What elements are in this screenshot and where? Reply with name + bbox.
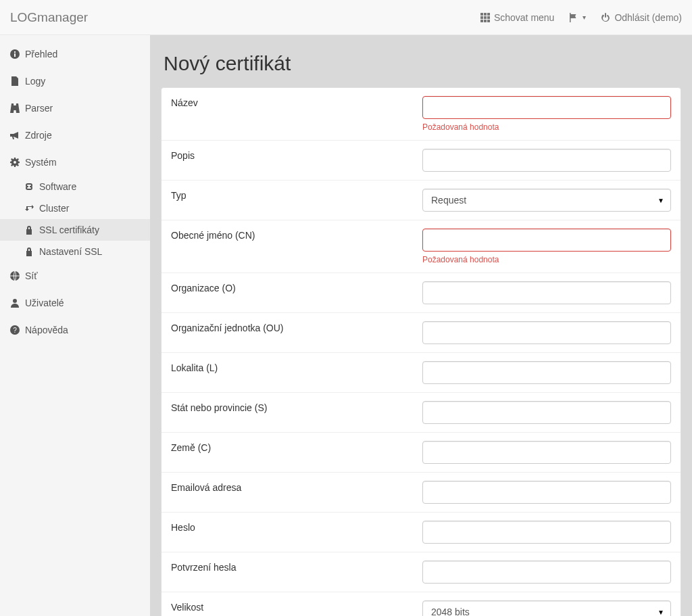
question-icon: ? <box>10 325 20 335</box>
hide-menu-label: Schovat menu <box>494 12 555 23</box>
label-state: Stát nebo provincie (S) <box>171 401 422 413</box>
sidebar-item-label: Logy <box>25 76 45 87</box>
sidebar-sub-ssl-certs[interactable]: SSL certifikáty <box>0 219 150 241</box>
power-icon <box>601 13 610 22</box>
navbar-right: Schovat menu ▾ Odhlásit (demo) <box>480 12 682 23</box>
label-size: Velikost <box>171 600 422 613</box>
svg-rect-7 <box>484 20 487 22</box>
label-loc: Lokalita (L) <box>171 361 422 373</box>
flag-icon <box>569 13 578 22</box>
language-menu[interactable]: ▾ <box>569 13 586 22</box>
sidebar-item-label: Software <box>39 181 76 192</box>
sidebar-item-label: Přehled <box>25 49 57 60</box>
sidebar-item-network[interactable]: Síť <box>0 262 150 289</box>
lock-icon <box>24 225 34 235</box>
size-select[interactable]: 2048 bits <box>422 600 671 616</box>
sidebar-item-label: Zdroje <box>25 130 52 141</box>
label-pass: Heslo <box>171 521 422 533</box>
logout-button[interactable]: Odhlásit (demo) <box>601 12 682 23</box>
sidebar-item-parser[interactable]: Parser <box>0 95 150 122</box>
label-email: Emailová adresa <box>171 481 422 493</box>
hide-menu-button[interactable]: Schovat menu <box>480 12 555 23</box>
sidebar-item-label: Síť <box>25 270 37 281</box>
lock-icon <box>24 247 34 256</box>
svg-rect-6 <box>480 20 483 22</box>
svg-point-14 <box>13 299 17 303</box>
label-ou: Organizační jednotka (OU) <box>171 321 422 333</box>
info-icon <box>10 49 20 59</box>
svg-rect-3 <box>480 16 483 19</box>
globe-icon <box>10 271 20 281</box>
label-country: Země (C) <box>171 441 422 453</box>
svg-rect-4 <box>484 16 487 19</box>
password-confirm-input[interactable] <box>422 561 671 584</box>
label-name: Název <box>171 96 422 108</box>
content: Nový certifikát Název Požadovaná hodnota… <box>150 35 692 616</box>
name-error: Požadovaná hodnota <box>422 122 671 132</box>
password-input[interactable] <box>422 521 671 544</box>
page-title: Nový certifikát <box>164 52 681 75</box>
label-desc: Popis <box>171 149 422 161</box>
sidebar-item-label: Cluster <box>39 203 69 214</box>
svg-text:?: ? <box>13 327 17 334</box>
state-input[interactable] <box>422 401 671 424</box>
sidebar-item-label: Parser <box>25 103 53 114</box>
sidebar-item-label: Uživatelé <box>25 298 64 308</box>
label-type: Typ <box>171 189 422 201</box>
svg-rect-2 <box>487 13 490 16</box>
sidebar-item-label: SSL certifikáty <box>39 224 99 235</box>
country-input[interactable] <box>422 441 671 464</box>
brand: LOGmanager <box>10 10 88 25</box>
loc-input[interactable] <box>422 361 671 384</box>
label-pass2: Potvrzení hesla <box>171 561 422 573</box>
svg-rect-11 <box>14 51 16 53</box>
logout-label: Odhlásit (demo) <box>614 12 682 23</box>
ou-input[interactable] <box>422 321 671 344</box>
desc-input[interactable] <box>422 149 671 172</box>
cn-input[interactable] <box>422 229 671 252</box>
sidebar-item-help[interactable]: ? Nápověda <box>0 316 150 343</box>
sidebar-item-system[interactable]: Systém <box>0 149 150 176</box>
svg-rect-5 <box>487 16 490 19</box>
sidebar-sub-software[interactable]: Software <box>0 176 150 197</box>
road-icon <box>10 103 20 113</box>
sidebar-item-label: Nastavení SSL <box>39 246 102 257</box>
sidebar-item-logs[interactable]: Logy <box>0 68 150 95</box>
retweet-icon <box>24 204 34 213</box>
email-input[interactable] <box>422 481 671 504</box>
link-icon <box>24 182 34 191</box>
name-input[interactable] <box>422 96 671 119</box>
type-select[interactable]: Request <box>422 189 671 212</box>
sidebar-item-sources[interactable]: Zdroje <box>0 122 150 149</box>
svg-rect-1 <box>484 13 487 16</box>
svg-rect-10 <box>14 53 16 57</box>
svg-rect-0 <box>480 13 483 16</box>
sidebar-item-label: Nápověda <box>25 325 68 335</box>
sidebar-item-users[interactable]: Uživatelé <box>0 289 150 316</box>
bullhorn-icon <box>10 131 20 140</box>
sidebar-item-label: Systém <box>25 157 57 168</box>
user-icon <box>10 298 20 308</box>
label-cn: Obecné jméno (CN) <box>171 229 422 241</box>
cn-error: Požadovaná hodnota <box>422 255 671 264</box>
svg-rect-8 <box>487 20 490 22</box>
sidebar-item-overview[interactable]: Přehled <box>0 41 150 68</box>
top-navbar: LOGmanager Schovat menu ▾ Odhlásit (demo… <box>0 0 692 35</box>
svg-point-12 <box>14 161 16 164</box>
file-icon <box>10 76 20 86</box>
sidebar-sub-cluster[interactable]: Cluster <box>0 197 150 219</box>
caret-down-icon: ▾ <box>583 14 586 21</box>
sidebar-sub-ssl-settings[interactable]: Nastavení SSL <box>0 241 150 262</box>
certificate-form: Název Požadovaná hodnota Popis Typ Requ <box>161 87 681 616</box>
grid-icon <box>480 13 490 22</box>
org-input[interactable] <box>422 281 671 304</box>
label-org: Organizace (O) <box>171 281 422 293</box>
gear-icon <box>10 158 20 167</box>
sidebar: Přehled Logy Parser Zdroje Systém Softwa… <box>0 35 150 616</box>
